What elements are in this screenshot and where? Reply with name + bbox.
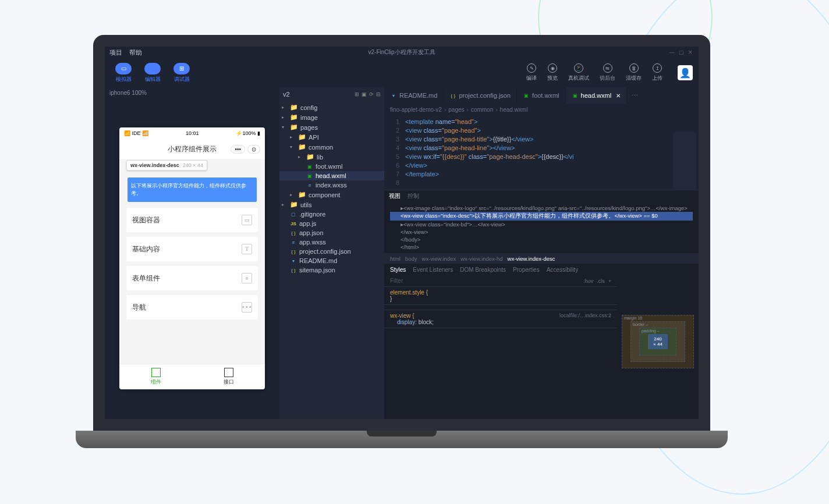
list-item[interactable]: 视图容器▭ (126, 208, 258, 232)
tree-node[interactable]: ▸📁utils (279, 200, 384, 210)
editor-panel: ▾README.md{ }project.config.json▣foot.wx… (384, 87, 699, 419)
crumb[interactable]: body (405, 255, 417, 262)
file-explorer: v2 ⊞ ▣ ⟳ ⊟ ▸📁config▸📁image▾📁pages▸📁API▾📁… (279, 87, 384, 419)
new-file-icon[interactable]: ⊞ (355, 91, 359, 97)
close-tab-icon[interactable]: ✕ (616, 93, 621, 99)
capsule-menu-icon[interactable]: ••• (231, 145, 245, 154)
minimize-icon[interactable]: — (669, 49, 675, 55)
hero-highlight[interactable]: 以下将展示小程序官方组件能力，组件样式仅供参考。 (127, 178, 257, 202)
laptop-mockup: 项目 帮助 v2-FinClip小程序开发工具 — ▢ ✕ ▭模拟器编辑器⊞调试… (93, 35, 710, 454)
phone-preview: 📶 IDE 📶 10:01 ⚡100% ▮ 小程序组件展示 ••• ⊙ (119, 127, 265, 389)
breadcrumb-item[interactable]: pages (448, 107, 464, 113)
inspect-tooltip: wx-view.index-desc240 × 44 (126, 160, 207, 171)
action-4[interactable]: 🗑清缓存 (626, 63, 642, 82)
simulator-panel: iphone6 100% 📶 IDE 📶 10:01 ⚡100% ▮ 小程序组件… (105, 87, 279, 419)
crumb[interactable]: wx-view.index-desc (508, 255, 555, 262)
tree-node[interactable]: ▢.gitignore (279, 210, 384, 219)
device-label: iphone6 100% (105, 87, 279, 98)
tree-node[interactable]: { }sitemap.json (279, 265, 384, 275)
battery-icon: ⚡100% ▮ (236, 130, 260, 136)
styles-filter[interactable]: Filter (390, 278, 403, 284)
tabbar-item[interactable]: 组件 (119, 364, 192, 389)
styles-tab[interactable]: Event Listeners (413, 267, 453, 273)
crumb[interactable]: wx-view.index (422, 255, 456, 262)
app-title: 小程序组件展示 (168, 144, 217, 154)
avatar[interactable]: 👤 (678, 65, 693, 80)
code-editor[interactable]: 1<template name="head">2 <view class="pa… (384, 115, 699, 190)
action-3[interactable]: ⇋切后台 (600, 63, 615, 82)
box-model: margin 10 border – padding – 240 × 44 (617, 264, 699, 419)
styles-tab[interactable]: Accessibility (547, 267, 578, 273)
tree-node[interactable]: { }project.config.json (279, 247, 384, 256)
devtools: 视图 控制 ▸<wx-image class="index-logo" src=… (384, 190, 699, 419)
tree-node[interactable]: ▸📁API (279, 132, 384, 142)
breadcrumb: fino-applet-demo-v2›pages›common›head.wx… (384, 104, 699, 115)
filter-tool[interactable]: .cls (597, 278, 605, 284)
styles-tab[interactable]: Styles (390, 267, 406, 273)
crumb[interactable]: html (390, 255, 401, 262)
tree-node[interactable]: ▣head.wxml (279, 171, 384, 180)
tree-node[interactable]: #app.wxss (279, 237, 384, 247)
editor-tab[interactable]: ▾README.md (384, 87, 444, 104)
tree-node[interactable]: JSapp.js (279, 219, 384, 228)
mode-0[interactable]: ▭模拟器 (111, 62, 136, 84)
devtab-elements[interactable]: 视图 (389, 192, 401, 200)
dom-breadcrumb[interactable]: htmlbodywx-view.indexwx-view.index-hdwx-… (384, 253, 699, 264)
tree-node[interactable]: ▸📁image (279, 112, 384, 122)
new-folder-icon[interactable]: ▣ (362, 91, 367, 97)
tree-node[interactable]: #index.wxss (279, 180, 384, 190)
refresh-icon[interactable]: ⟳ (369, 91, 374, 97)
tree-node[interactable]: ▸📁config (279, 102, 384, 112)
tab-overflow-icon[interactable]: ⋯ (627, 92, 643, 100)
ide-window: 项目 帮助 v2-FinClip小程序开发工具 — ▢ ✕ ▭模拟器编辑器⊞调试… (105, 47, 699, 419)
maximize-icon[interactable]: ▢ (679, 49, 685, 55)
devtab-console[interactable]: 控制 (408, 192, 419, 200)
tree-node[interactable]: ▾README.md (279, 256, 384, 265)
menubar: 项目 帮助 v2-FinClip小程序开发工具 — ▢ ✕ (105, 47, 699, 58)
list-item[interactable]: 基础内容𝕋 (126, 237, 258, 261)
style-rules[interactable]: element.style {}</span><div class="selec… (384, 287, 617, 328)
styles-tab[interactable]: Properties (513, 267, 540, 273)
mode-2[interactable]: ⊞调试器 (169, 62, 194, 84)
project-root[interactable]: v2 (283, 91, 290, 98)
signal-icon: 📶 IDE 📶 (124, 130, 148, 136)
list-item[interactable]: 导航∘∘∘ (126, 295, 258, 320)
close-icon[interactable]: ✕ (688, 49, 694, 55)
tree-node[interactable]: ▣foot.wxml (279, 162, 384, 171)
menu-project[interactable]: 项目 (109, 48, 122, 57)
breadcrumb-item[interactable]: common (471, 107, 493, 113)
tree-node[interactable]: { }app.json (279, 228, 384, 237)
breadcrumb-item[interactable]: head.wxml (500, 107, 528, 113)
breadcrumb-item[interactable]: fino-applet-demo-v2 (390, 107, 442, 113)
styles-tab[interactable]: DOM Breakpoints (460, 267, 506, 273)
phone-time: 10:01 (186, 130, 199, 136)
minimap[interactable] (673, 132, 696, 190)
filter-tool[interactable]: + (608, 278, 611, 284)
filter-tool[interactable]: :hov (583, 278, 593, 284)
action-5[interactable]: ↥上传 (652, 63, 663, 82)
list-item[interactable]: 表单组件≡ (126, 266, 258, 290)
window-title: v2-FinClip小程序开发工具 (368, 48, 435, 56)
tree-node[interactable]: ▾📁common (279, 142, 384, 152)
collapse-icon[interactable]: ⊟ (376, 91, 381, 97)
capsule-close-icon[interactable]: ⊙ (247, 145, 260, 154)
tree-node[interactable]: ▸📁lib (279, 152, 384, 162)
editor-tab[interactable]: ▣head.wxml✕ (566, 87, 628, 104)
editor-tab[interactable]: { }project.config.json (444, 87, 517, 104)
toolbar: ▭模拟器编辑器⊞调试器 ✎编译◉预览📱真机调试⇋切后台🗑清缓存↥上传👤 (105, 58, 699, 87)
action-1[interactable]: ◉预览 (547, 63, 558, 82)
editor-tab[interactable]: ▣foot.wxml (517, 87, 565, 104)
dom-tree[interactable]: ▸<wx-image class="index-logo" src="../re… (384, 202, 699, 253)
tree-node[interactable]: ▾📁pages (279, 122, 384, 132)
tree-node[interactable]: ▸📁component (279, 190, 384, 200)
tabbar-item[interactable]: 接口 (192, 364, 265, 389)
action-2[interactable]: 📱真机调试 (568, 63, 589, 82)
action-0[interactable]: ✎编译 (526, 63, 537, 82)
mode-1[interactable]: 编辑器 (140, 62, 165, 84)
crumb[interactable]: wx-view.index-hd (460, 255, 502, 262)
menu-help[interactable]: 帮助 (129, 48, 142, 57)
